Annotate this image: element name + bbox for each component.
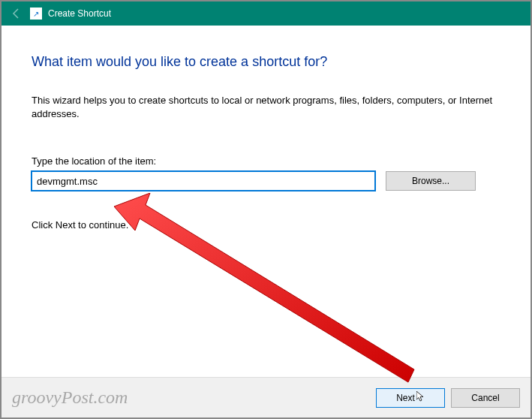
next-button[interactable]: Next [376, 388, 445, 408]
wizard-content: What item would you like to create a sho… [2, 26, 530, 231]
input-row: Browse... [32, 171, 500, 191]
location-field-label: Type the location of the item: [32, 155, 500, 167]
cancel-button[interactable]: Cancel [451, 388, 520, 408]
location-input[interactable] [32, 171, 375, 191]
wizard-bottombar: groovyPost.com Next Cancel [2, 377, 530, 417]
next-button-label: Next [396, 393, 415, 403]
continue-instruction: Click Next to continue. [32, 219, 500, 231]
shortcut-app-icon [30, 8, 42, 20]
cursor-icon [416, 391, 425, 404]
browse-button[interactable]: Browse... [386, 171, 476, 191]
watermark-text: groovyPost.com [12, 387, 128, 408]
window-title: Create Shortcut [48, 8, 111, 19]
window-titlebar: Create Shortcut [2, 2, 530, 26]
wizard-description: This wizard helps you to create shortcut… [32, 94, 500, 121]
back-arrow-icon [8, 5, 26, 23]
page-heading: What item would you like to create a sho… [32, 54, 500, 70]
